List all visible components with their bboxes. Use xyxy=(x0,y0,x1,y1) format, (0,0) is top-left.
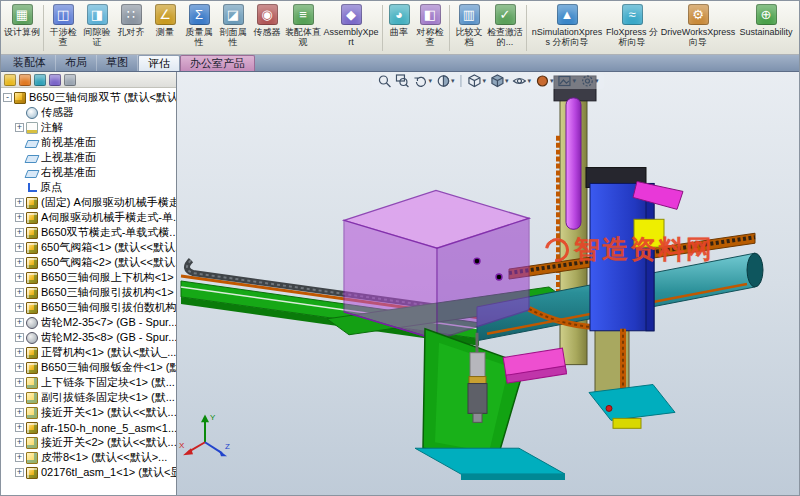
tree-item[interactable]: +B650三轴伺服上下机构<1> xyxy=(1,270,176,285)
propertymanager-tab-icon[interactable] xyxy=(19,74,31,86)
tree-item[interactable]: 原点 xyxy=(1,180,176,195)
tree-item-label: 传感器 xyxy=(41,105,74,120)
ribbon-button-compare-documents[interactable]: ▥比较文档 xyxy=(452,2,486,54)
tree-expander[interactable]: - xyxy=(3,93,12,102)
tree-expander[interactable]: + xyxy=(15,468,24,477)
tree-expander[interactable]: + xyxy=(15,258,24,267)
ribbon-button-label: 干涉检查 xyxy=(47,27,79,47)
tree-expander[interactable]: + xyxy=(15,198,24,207)
zoom-area-icon[interactable] xyxy=(394,74,410,88)
tree-item[interactable]: 右视基准面 xyxy=(1,165,176,180)
tree-expander[interactable]: + xyxy=(15,123,24,132)
tree-item[interactable]: +B650三轴伺服引拔机构<1> xyxy=(1,285,176,300)
ribbon-button-measure[interactable]: ∠测量 xyxy=(148,2,182,54)
tab-office-products[interactable]: 办公室产品 xyxy=(180,55,255,71)
tree-expander[interactable]: + xyxy=(15,303,24,312)
tree-item[interactable]: 传感器 xyxy=(1,105,176,120)
hide-show-items-icon[interactable]: ▾ xyxy=(512,74,533,88)
tree-expander[interactable]: + xyxy=(15,228,24,237)
ribbon-button-mass-properties[interactable]: Σ质量属性 xyxy=(182,2,216,54)
tree-expander[interactable]: + xyxy=(15,288,24,297)
ribbon-button-check-active[interactable]: ✓检查激活的... xyxy=(486,2,524,54)
ribbon-button-symmetry-check[interactable]: ◧对称检查 xyxy=(413,2,447,54)
tab-assembly[interactable]: 装配体 xyxy=(4,55,56,71)
tree-item[interactable]: 上视基准面 xyxy=(1,150,176,165)
tab-sketch[interactable]: 草图 xyxy=(97,55,138,71)
tab-layout[interactable]: 布局 xyxy=(56,55,97,71)
tree-item[interactable]: +皮带8<1> (默认<<默认>... xyxy=(1,450,176,465)
ribbon-button-section-properties[interactable]: ◪剖面属性 xyxy=(216,2,250,54)
displaymanager-tab-icon[interactable] xyxy=(64,74,76,86)
ribbon-button-driveworksxpress[interactable]: ⚙DriveWorksXpress 向导 xyxy=(659,2,737,54)
tree-item[interactable]: +齿轮M2-35<8> (GB - Spur... xyxy=(1,330,176,345)
dimxpertmanager-tab-icon[interactable] xyxy=(49,74,61,86)
tree-item[interactable]: +接近开关<2> (默认<<默认... xyxy=(1,435,176,450)
tree-expander[interactable]: + xyxy=(15,273,24,282)
command-manager-tabs: 装配体布局草图评估办公室产品 xyxy=(1,55,799,72)
ribbon-button-assembly-visualization[interactable]: ≡装配体直观 xyxy=(284,2,322,54)
tree-item[interactable]: +(固定) A伺服驱动机械手横走式<1 xyxy=(1,195,176,210)
ribbon-button-label: 对称检查 xyxy=(414,27,446,47)
display-style-icon[interactable]: ▾ xyxy=(489,74,510,88)
tree-expander[interactable]: + xyxy=(15,438,24,447)
tree-item[interactable]: +B650三轴伺服引拔伯数机构... xyxy=(1,300,176,315)
ribbon-button-curvature[interactable]: ◕曲率 xyxy=(385,2,413,54)
tree-expander[interactable]: + xyxy=(15,363,24,372)
configurationmanager-tab-icon[interactable] xyxy=(34,74,46,86)
tree-item[interactable]: +650气阀箱<2> (默认<<默认... xyxy=(1,255,176,270)
tree-item[interactable]: +02176tl_asm_1<1> (默认<显... xyxy=(1,465,176,480)
hud-divider xyxy=(460,75,461,87)
tree-item[interactable]: -B650三轴伺服双节 (默认<默认_显... xyxy=(1,90,176,105)
ribbon-button-interference-check[interactable]: ◫干涉检查 xyxy=(46,2,80,54)
tree-item-label: 注解 xyxy=(41,120,63,135)
tree-item[interactable]: +B650三轴伺服钣金件<1> (默... xyxy=(1,360,176,375)
ribbon-button-assemblyxpert[interactable]: ◆AssemblyXpert xyxy=(322,2,380,54)
sensors-icon xyxy=(26,107,38,119)
ribbon-button-design-study[interactable]: ▦设计算例 xyxy=(3,2,41,54)
tree-item[interactable]: +齿轮M2-35<7> (GB - Spur... xyxy=(1,315,176,330)
featuremanager-tab-icon[interactable] xyxy=(4,74,16,86)
comp-icon xyxy=(26,272,38,284)
tree-expander[interactable]: + xyxy=(15,408,24,417)
tree-expander[interactable]: + xyxy=(15,333,24,342)
graphics-viewport[interactable]: Y X Z ▾▾▾▾▾▾▾▾ 智造资料网 xyxy=(177,72,799,495)
ribbon-button-label: Sustainability xyxy=(739,27,792,37)
tree-expander[interactable]: + xyxy=(15,318,24,327)
apply-scene-icon[interactable]: ▾ xyxy=(557,74,578,88)
part-icon xyxy=(26,452,38,464)
curvature-icon: ◕ xyxy=(389,4,410,25)
tree-item[interactable]: 前视基准面 xyxy=(1,135,176,150)
tab-evaluate[interactable]: 评估 xyxy=(138,55,180,71)
view-orientation-icon[interactable]: ▾ xyxy=(466,74,487,88)
tree-expander[interactable]: + xyxy=(15,378,24,387)
tree-item[interactable]: +B650双节横走式-单载式横... xyxy=(1,225,176,240)
ribbon-button-clearance-verification[interactable]: ◨间隙验证 xyxy=(80,2,114,54)
ribbon-button-hole-alignment[interactable]: ∷孔对齐 xyxy=(114,2,148,54)
previous-view-icon[interactable]: ▾ xyxy=(412,74,433,88)
model-canvas[interactable]: Y X Z xyxy=(177,72,799,495)
tree-item[interactable]: +A伺服驱动机械手横走式-单... xyxy=(1,210,176,225)
tree-item[interactable]: +注解 xyxy=(1,120,176,135)
tree-item-label: B650三轴伺服引拔机构<1> xyxy=(41,285,174,300)
tree-item[interactable]: +上下链条下固定块<1> (默... xyxy=(1,375,176,390)
tree-expander[interactable]: + xyxy=(15,213,24,222)
view-settings-icon[interactable]: ▾ xyxy=(579,74,600,88)
ribbon-button-sensors[interactable]: ◉传感器 xyxy=(250,2,284,54)
tree-item[interactable]: +afr-150-h_none_5_asm<1... xyxy=(1,420,176,435)
ribbon-button-sustainability[interactable]: ⊕Sustainability xyxy=(737,2,795,54)
tree-item[interactable]: +副引拔链条固定块<1> (默... xyxy=(1,390,176,405)
tree-expander[interactable]: + xyxy=(15,423,24,432)
ribbon-button-simulationxpress[interactable]: ▲nSimulationXpress 分析向导 xyxy=(529,2,605,54)
tree-item[interactable]: +接近开关<1> (默认<<默认... xyxy=(1,405,176,420)
tree-item[interactable]: +650气阀箱<1> (默认<<默认... xyxy=(1,240,176,255)
ribbon-button-floxpress[interactable]: ≈FloXpress 分析向导 xyxy=(605,2,659,54)
tree-expander[interactable]: + xyxy=(15,348,24,357)
tree-expander[interactable]: + xyxy=(15,453,24,462)
zoom-fit-icon[interactable] xyxy=(376,74,392,88)
edit-appearance-icon[interactable]: ▾ xyxy=(534,74,555,88)
comp-icon xyxy=(26,287,38,299)
tree-expander[interactable]: + xyxy=(15,243,24,252)
section-view-icon[interactable]: ▾ xyxy=(435,74,456,88)
tree-expander[interactable]: + xyxy=(15,393,24,402)
tree-item[interactable]: +正臂机构<1> (默认<默认_... xyxy=(1,345,176,360)
